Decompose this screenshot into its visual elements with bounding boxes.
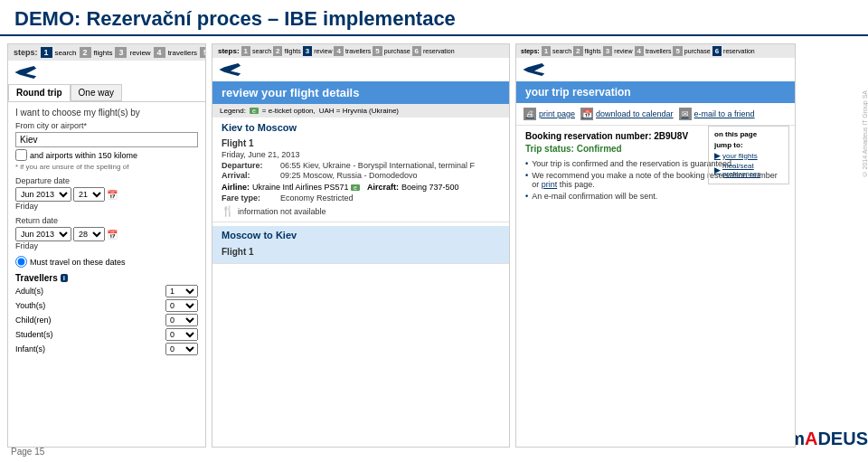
return-calendar-icon[interactable]: 📅 (107, 230, 118, 240)
route1-title: Kiev to Moscow (212, 118, 509, 136)
return-month-select[interactable]: Jun 2013 (15, 227, 71, 241)
action-bar: 🖨 print page 📅 download to calendar ✉ e-… (516, 103, 795, 126)
tab-one-way[interactable]: One way (71, 84, 122, 101)
departure-month-select[interactable]: Jun 2013 (15, 187, 71, 202)
mid-plane-icon (218, 61, 243, 79)
print-link[interactable]: print (542, 180, 558, 189)
return-date-label: Return date (15, 216, 198, 225)
arrow-flights: ▶ (714, 151, 721, 160)
traveller-youth[interactable]: Youth(s) 0 (15, 299, 198, 312)
flight2-block: Flight 1 (212, 244, 509, 264)
airport-checkbox[interactable] (15, 149, 27, 161)
review-header: review your flight details (212, 81, 509, 104)
traveller-child[interactable]: Child(ren) 0 (15, 314, 198, 326)
amadeus-rest2: A (805, 429, 817, 449)
flight1-block: Flight 1 Friday, June 21, 2013 Departure… (212, 136, 509, 222)
plane-header (8, 61, 205, 84)
fare-row: Fare type: Economy Restricted (222, 193, 500, 203)
print-button[interactable]: 🖨 print page (524, 108, 575, 120)
plane-icon (14, 63, 39, 81)
amadeus-rest3: DEUS (817, 429, 868, 449)
youth-select[interactable]: 0 (165, 299, 198, 312)
info-point-3: • An e-mail confirmation will be sent. (525, 192, 786, 201)
right-plane-icon (522, 61, 547, 79)
legend-bar: Legend: e = e-ticket option, UAH = Hryvn… (212, 104, 509, 118)
uah-label: UAH = Hryvnia (Ukraine) (319, 107, 399, 115)
must-travel-row[interactable]: Must travel on these dates (15, 256, 198, 268)
right-step-1: 1 (542, 46, 551, 56)
flight-review-panel: steps: 1 search 2 flights 3 review 4 tra… (212, 43, 510, 448)
return-date-row[interactable]: Jun 2013 28 📅 (15, 227, 198, 241)
steps-bar-right: steps: 1 search 2 flights 3 review 4 tra… (516, 44, 795, 58)
return-day-select[interactable]: 28 (73, 227, 105, 241)
flight2-number: Flight 1 (222, 247, 500, 257)
student-select[interactable]: 0 (165, 328, 198, 341)
fare-label: Fare type: (222, 193, 280, 203)
step-review-label: review (129, 49, 150, 57)
step-4: 4 (154, 47, 165, 58)
right-plane-header (516, 58, 795, 81)
step-3: 3 (115, 47, 127, 58)
return-weekday: Friday (15, 241, 198, 250)
from-label: From city or airport* (15, 121, 198, 130)
info-badge: i (61, 274, 68, 282)
arrow-meal: ▶ (714, 165, 721, 174)
return-date-section: Return date Jun 2013 28 📅 Friday (15, 216, 198, 250)
reservation-header: your trip reservation (516, 81, 795, 103)
bullet-2: • (525, 171, 528, 180)
from-input[interactable] (15, 132, 198, 147)
print-label: print page (539, 109, 575, 118)
route2-block: Moscow to Kiev Flight 1 (212, 226, 509, 264)
meal-seat-link[interactable]: ▶ meal/seat preferences (714, 162, 783, 178)
child-select[interactable]: 0 (165, 314, 198, 326)
adult-select[interactable]: 1 (165, 285, 198, 297)
on-this-page-title: on this page (714, 130, 783, 138)
flight1-number: Flight 1 (222, 138, 500, 148)
from-section: From city or airport* and airports withi… (15, 121, 198, 171)
airport-checkbox-row[interactable]: and airports within 150 kilome (15, 149, 198, 161)
arrival-label: Arrival: (222, 171, 280, 180)
your-flights-link[interactable]: ▶ your flights (714, 151, 783, 160)
airline-col: Airline: Ukraine Intl Airlines PS571 e (222, 183, 360, 192)
traveller-student[interactable]: Student(s) 0 (15, 328, 198, 341)
trip-status-value: Confirmed (577, 144, 622, 154)
mid-step-2: 2 (273, 46, 282, 56)
travellers-title: Travellers i (15, 273, 198, 283)
departure-value: 06:55 Kiev, Ukraine - Boryspil Internati… (280, 161, 475, 170)
not-avail-text: information not available (238, 207, 326, 216)
tab-round-trip[interactable]: Round trip (8, 84, 71, 101)
bullet-1: • (525, 159, 528, 168)
mid-step-search: search (252, 48, 271, 54)
email-label: e-mail to a friend (694, 109, 755, 118)
flight1-arrival-row: Arrival: 09:25 Moscow, Russia - Domodedo… (222, 171, 500, 180)
step-2: 2 (80, 47, 91, 58)
must-travel-radio[interactable] (15, 256, 27, 268)
booking-number: 2B9U8V (654, 131, 688, 141)
step-5: 5 (200, 47, 206, 58)
booking-section: Booking reservation number: 2B9U8V Trip … (516, 126, 795, 209)
traveller-adult[interactable]: Adult(s) 1 (15, 285, 198, 297)
right-step-review: review (614, 48, 632, 54)
right-step-4: 4 (635, 46, 644, 56)
mid-step-flights: flights (284, 48, 300, 54)
calendar-label: download to calendar (596, 109, 674, 118)
eticket-label: = e-ticket option, (262, 107, 316, 115)
email-button[interactable]: ✉ e-mail to a friend (679, 108, 755, 120)
calendar-button[interactable]: 📅 download to calendar (580, 108, 674, 120)
jump-to-label: jump to: (714, 141, 783, 149)
student-label: Student(s) (15, 330, 53, 339)
page-title: DEMO: Rezervační proces – IBE implementa… (14, 7, 854, 31)
info-text-1: Your trip is confirmed and the reservati… (532, 159, 733, 168)
trip-type-tabs[interactable]: Round trip One way (8, 84, 205, 102)
departure-weekday: Friday (15, 202, 198, 211)
departure-calendar-icon[interactable]: 📅 (107, 190, 118, 200)
step-travellers-label: travellers (168, 49, 197, 57)
aircraft-col: Aircraft: Boeing 737-500 (367, 183, 459, 192)
adult-label: Adult(s) (15, 287, 43, 296)
infant-select[interactable]: 0 (165, 343, 198, 355)
departure-date-row[interactable]: Jun 2013 21 📅 (15, 187, 198, 202)
departure-day-select[interactable]: 21 (73, 187, 105, 202)
traveller-infant[interactable]: Infant(s) 0 (15, 343, 198, 355)
right-step-travellers: travellers (646, 48, 671, 54)
right-step-5: 5 (673, 46, 682, 56)
